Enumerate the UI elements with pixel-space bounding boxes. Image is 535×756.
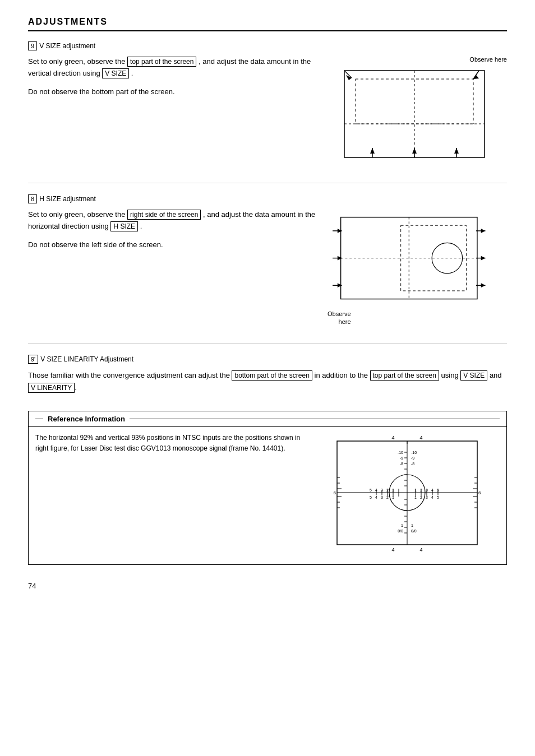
- vsize-layout: Set to only green, observe the top part …: [28, 56, 507, 166]
- svg-text:3: 3: [381, 488, 383, 492]
- svg-text:4: 4: [375, 495, 377, 499]
- page-number: 74: [28, 582, 507, 590]
- svg-text:1: 1: [401, 523, 403, 527]
- svg-marker-21: [338, 256, 342, 261]
- vlinearity-box1: bottom part of the screen: [232, 370, 312, 381]
- section-hsize: 8 H SIZE adjustment Set to only green, o…: [28, 194, 507, 326]
- vsize-para2: Do not observe the bottom part of the sc…: [28, 86, 316, 98]
- reference-content: The horizontal 92% and vertical 93% posi…: [29, 426, 506, 564]
- vsize-diagram: [328, 65, 501, 166]
- svg-marker-25: [481, 256, 486, 261]
- svg-text:3: 3: [381, 495, 383, 499]
- vsize-para1: Set to only green, observe the top part …: [28, 56, 316, 80]
- svg-marker-28: [481, 229, 486, 233]
- svg-text:3: 3: [426, 495, 428, 499]
- vsize-observe-label: Observe here: [328, 56, 507, 63]
- svg-text:0/0: 0/0: [398, 529, 403, 533]
- svg-text:2: 2: [386, 488, 389, 492]
- hsize-layout: Set to only green, observe the right sid…: [28, 209, 507, 326]
- reference-text: The horizontal 92% and vertical 93% posi…: [35, 433, 315, 558]
- svg-text:6: 6: [334, 490, 336, 495]
- section-num-vsize: 9: [28, 41, 37, 50]
- section-heading-hsize: 8 H SIZE adjustment: [28, 194, 507, 203]
- vlinearity-box3: V SIZE: [460, 370, 487, 381]
- svg-text:-8: -8: [411, 462, 414, 466]
- svg-text:-9: -9: [400, 456, 403, 460]
- svg-marker-11: [454, 148, 459, 154]
- svg-marker-7: [370, 148, 375, 154]
- section-title-hsize: H SIZE adjustment: [39, 195, 96, 203]
- svg-text:4: 4: [375, 488, 377, 492]
- svg-text:6: 6: [478, 490, 481, 495]
- hsize-observe-label: Observehere: [328, 310, 351, 326]
- svg-text:3: 3: [426, 488, 428, 492]
- vsize-text: Set to only green, observe the top part …: [28, 56, 316, 98]
- vsize-box2: V SIZE: [102, 68, 129, 78]
- svg-text:1: 1: [414, 488, 417, 492]
- section-heading-vsize: 9 V SIZE adjustment: [28, 41, 507, 50]
- svg-text:0/0: 0/0: [411, 529, 417, 533]
- svg-text:1: 1: [411, 523, 413, 527]
- hsize-para2: Do not observe the left side of the scre…: [28, 239, 316, 251]
- svg-text:1: 1: [392, 488, 394, 492]
- vlinearity-box2: top part of the screen: [370, 370, 439, 381]
- svg-text:4: 4: [391, 547, 394, 553]
- section-num-vlinearity: 9': [28, 355, 38, 364]
- svg-text:-9: -9: [411, 456, 414, 460]
- vsize-diagram-col: Observe here: [328, 56, 507, 166]
- hsize-box1: right side of the screen: [127, 210, 201, 220]
- divider1: [28, 183, 507, 183]
- vlinearity-para1: Those familiar with the convergence adju…: [28, 369, 507, 394]
- hsize-box2: H SIZE: [110, 221, 138, 231]
- page-title: ADJUSTMENTS: [28, 17, 108, 26]
- svg-marker-19: [338, 229, 342, 233]
- hsize-diagram-col: Observehere: [328, 209, 507, 326]
- section-vsize: 9 V SIZE adjustment Set to only green, o…: [28, 41, 507, 166]
- reference-box: Reference Information The horizontal 92%…: [28, 411, 507, 565]
- reference-title: Reference Information: [48, 415, 125, 423]
- svg-text:5: 5: [370, 488, 372, 492]
- section-heading-vlinearity: 9' V SIZE LINEARITY Adjustment: [28, 355, 507, 364]
- svg-text:4: 4: [391, 435, 394, 440]
- hsize-text: Set to only green, observe the right sid…: [28, 209, 316, 251]
- svg-marker-23: [338, 283, 342, 287]
- svg-text:2: 2: [420, 495, 422, 499]
- vlinearity-box4: V LINEARITY: [28, 383, 75, 393]
- svg-text:-10: -10: [398, 451, 403, 454]
- svg-text:4: 4: [419, 435, 422, 440]
- section-title-vsize: V SIZE adjustment: [39, 42, 95, 50]
- svg-text:2: 2: [386, 495, 389, 499]
- svg-text:-8: -8: [400, 462, 403, 466]
- section-title-vlinearity: V SIZE LINEARITY Adjustment: [40, 355, 133, 363]
- svg-text:4: 4: [431, 495, 433, 499]
- section-num-hsize: 8: [28, 194, 37, 203]
- divider2: [28, 343, 507, 344]
- svg-text:5: 5: [437, 495, 439, 499]
- svg-text:5: 5: [437, 488, 439, 492]
- hsize-diagram: [328, 209, 501, 310]
- vsize-box1: top part of the screen: [127, 57, 196, 67]
- svg-text:5: 5: [370, 495, 372, 499]
- svg-marker-30: [481, 283, 486, 287]
- svg-marker-13: [346, 75, 352, 80]
- reference-diagram: 4 4: [320, 433, 500, 558]
- page-header: ADJUSTMENTS: [28, 17, 507, 31]
- svg-text:2: 2: [420, 488, 422, 492]
- hsize-para1: Set to only green, observe the right sid…: [28, 209, 316, 233]
- svg-text:4: 4: [431, 488, 433, 492]
- reference-header: Reference Information: [29, 411, 506, 426]
- section-vlinearity: 9' V SIZE LINEARITY Adjustment Those fam…: [28, 355, 507, 394]
- svg-text:1: 1: [414, 495, 417, 499]
- svg-text:-10: -10: [411, 451, 417, 454]
- svg-text:1: 1: [392, 495, 394, 499]
- svg-marker-9: [412, 148, 417, 154]
- svg-text:4: 4: [419, 547, 422, 553]
